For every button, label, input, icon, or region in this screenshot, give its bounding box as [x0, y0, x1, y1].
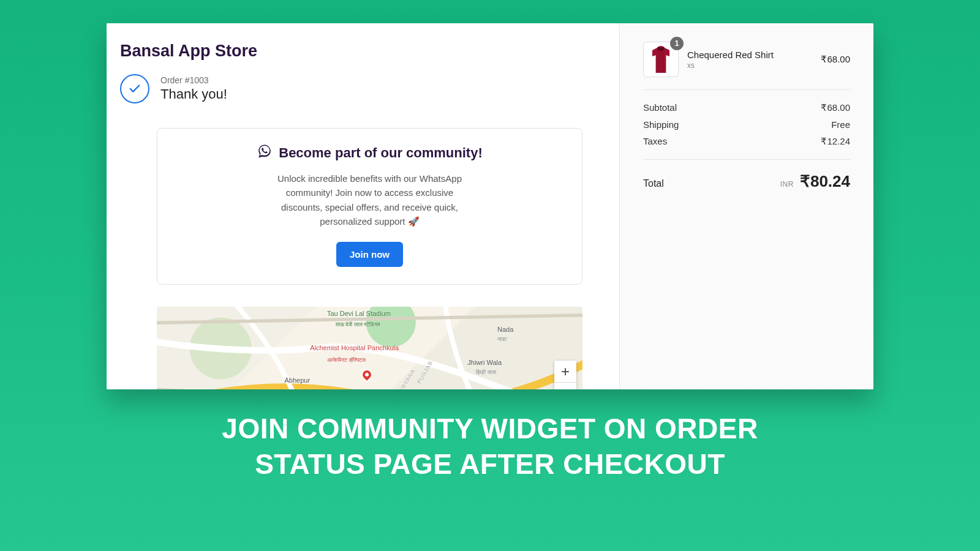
map-label-nada-hi: नाडा: [497, 336, 507, 343]
zoom-in-button[interactable]: +: [554, 361, 576, 383]
currency-code: INR: [780, 180, 794, 189]
total-amount: ₹80.24: [800, 172, 850, 191]
map-label-stadium-hi: ताऊ देवी लाल स्टेडियम: [336, 321, 381, 328]
map-label-jhiwri-hi: झिड़ी वाला: [476, 369, 496, 376]
order-summary-pane: 1 Chequered Red Shirt xs ₹68.00 Subtotal…: [620, 23, 873, 389]
product-name: Chequered Red Shirt: [687, 50, 812, 60]
subtotal-value: ₹68.00: [821, 102, 850, 113]
community-card: Become part of our community! Unlock inc…: [157, 128, 582, 285]
check-circle-icon: [120, 74, 149, 103]
order-status-pane: Bansal App Store Order #1003 Thank you! …: [107, 23, 620, 389]
taxes-label: Taxes: [643, 136, 667, 147]
zoom-out-button[interactable]: −: [554, 383, 576, 389]
shipping-label: Shipping: [643, 119, 679, 130]
map-label-hospital: Alchemist Hospital Panchkula: [310, 344, 399, 351]
map-zoom-controls: + −: [554, 361, 576, 389]
whatsapp-icon: [257, 143, 273, 163]
map-label-abhepur: Abhepur: [285, 377, 311, 384]
caption-line-1: JOIN COMMUNITY WIDGET ON ORDER: [0, 411, 980, 447]
shipping-value: Free: [831, 119, 850, 130]
taxes-value: ₹12.24: [821, 136, 850, 147]
caption-line-2: STATUS PAGE AFTER CHECKOUT: [0, 447, 980, 482]
promo-caption: JOIN COMMUNITY WIDGET ON ORDER STATUS PA…: [0, 411, 980, 482]
delivery-map[interactable]: Tau Devi Lal Stadium ताऊ देवी लाल स्टेडि…: [157, 307, 582, 389]
line-price: ₹68.00: [821, 54, 850, 65]
order-number: Order #1003: [160, 75, 227, 85]
quantity-badge: 1: [670, 37, 684, 50]
thank-you-text: Thank you!: [160, 86, 227, 102]
map-label-nada: Nada: [497, 326, 513, 333]
map-label-jhiwri: Jhiwri Wala: [467, 359, 502, 366]
confirmation-header: Order #1003 Thank you!: [120, 74, 582, 103]
subtotal-label: Subtotal: [643, 102, 677, 113]
checkout-window: Bansal App Store Order #1003 Thank you! …: [107, 23, 873, 389]
total-label: Total: [643, 178, 664, 189]
join-now-button[interactable]: Join now: [336, 242, 403, 267]
line-item: 1 Chequered Red Shirt xs ₹68.00: [643, 42, 850, 77]
product-variant: xs: [687, 61, 812, 70]
map-label-hospital-hi: अल्केमिस्ट हॉस्पिटल: [327, 357, 366, 364]
map-label-stadium: Tau Devi Lal Stadium: [327, 310, 391, 317]
community-heading: Become part of our community!: [279, 145, 482, 161]
store-title: Bansal App Store: [120, 42, 582, 61]
community-description: Unlock incredible benefits with our What…: [266, 171, 474, 228]
